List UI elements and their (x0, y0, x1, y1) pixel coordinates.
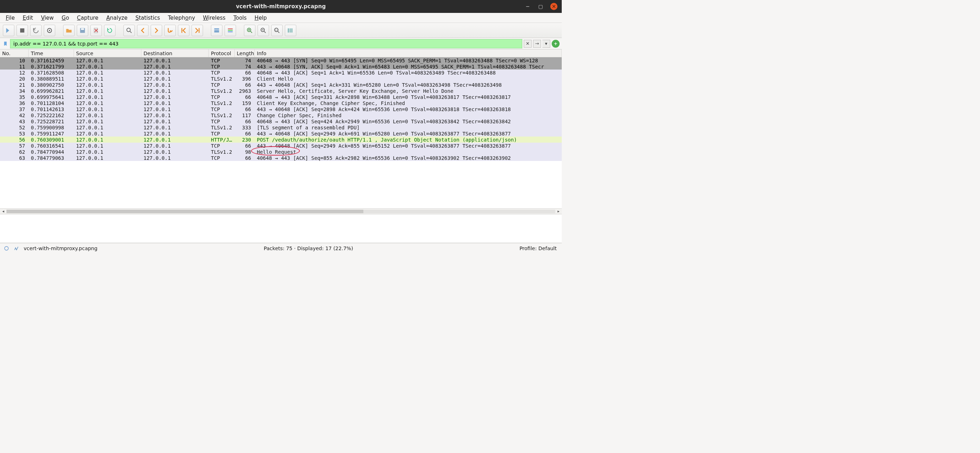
scroll-right-arrow[interactable]: ▸ (556, 209, 561, 214)
resize-columns-icon[interactable] (285, 25, 296, 36)
packet-row[interactable]: 110.371621799127.0.0.1127.0.0.1TCP74443 … (0, 63, 562, 70)
scroll-thumb[interactable] (6, 210, 363, 213)
cell-proto: TLSv1.2 (209, 149, 235, 155)
capture-file-props-icon[interactable] (14, 246, 19, 251)
column-header-protocol[interactable]: Protocol (209, 49, 235, 57)
open-icon[interactable] (63, 25, 75, 36)
packet-row[interactable]: 370.701142613127.0.0.1127.0.0.1TCP66443 … (0, 106, 562, 112)
cell-dst: 127.0.0.1 (142, 82, 209, 88)
cell-len: 98 (235, 149, 255, 155)
menu-edit[interactable]: Edit (19, 14, 37, 22)
packet-row[interactable]: 620.784770944127.0.0.1127.0.0.1TLSv1.298… (0, 149, 562, 155)
cell-info: Client Key Exchange, Change Cipher Spec,… (255, 100, 562, 106)
autoscroll-icon[interactable] (211, 25, 223, 36)
reload-icon[interactable] (104, 25, 116, 36)
expert-info-icon[interactable] (3, 246, 10, 251)
menu-view[interactable]: View (37, 14, 57, 22)
cell-time: 0.725228721 (29, 119, 74, 124)
window-controls: ─ ▢ ✕ (525, 3, 557, 10)
packet-row[interactable]: 420.725222162127.0.0.1127.0.0.1TLSv1.211… (0, 112, 562, 118)
packet-row[interactable]: 100.371612459127.0.0.1127.0.0.1TCP744064… (0, 57, 562, 63)
cell-dst: 127.0.0.1 (142, 143, 209, 149)
back-icon[interactable] (137, 25, 148, 36)
svg-rect-4 (81, 28, 84, 30)
cell-src: 127.0.0.1 (74, 88, 142, 94)
menu-go[interactable]: Go (58, 14, 73, 22)
packet-row[interactable]: 350.699975641127.0.0.1127.0.0.1TCP664064… (0, 94, 562, 100)
cell-info: [TLS segment of a reassembled PDU] (255, 125, 562, 130)
packet-details-pane[interactable] (0, 214, 562, 243)
clear-filter-button[interactable]: ✕ (524, 40, 531, 48)
packet-row[interactable]: 630.784779063127.0.0.1127.0.0.1TCP664064… (0, 155, 562, 161)
menu-statistics[interactable]: Statistics (132, 14, 164, 22)
display-filter-bar: ✕ → ▾ + (0, 38, 562, 49)
packet-row[interactable]: 430.725228721127.0.0.1127.0.0.1TCP664064… (0, 118, 562, 124)
options-icon[interactable] (44, 25, 55, 36)
cell-src: 127.0.0.1 (74, 70, 142, 76)
minimize-button[interactable]: ─ (525, 3, 531, 10)
packet-row[interactable]: 530.759911247127.0.0.1127.0.0.1TCP66443 … (0, 130, 562, 136)
cell-no: 34 (0, 88, 29, 94)
forward-icon[interactable] (151, 25, 162, 36)
cell-info: 443 → 40648 [ACK] Seq=2949 Ack=691 Win=6… (255, 131, 562, 136)
fin-icon[interactable] (3, 25, 14, 36)
packet-row[interactable]: 120.371628508127.0.0.1127.0.0.1TCP664064… (0, 70, 562, 76)
goto-first-icon[interactable] (178, 25, 189, 36)
zoom-out-icon[interactable] (258, 25, 269, 36)
cell-dst: 127.0.0.1 (142, 88, 209, 94)
menu-analyze[interactable]: Analyze (103, 14, 131, 22)
zoom-in-icon[interactable] (244, 25, 255, 36)
apply-filter-button[interactable]: → (533, 40, 541, 48)
cell-info: 443 → 40648 [ACK] Seq=2898 Ack=424 Win=6… (255, 106, 562, 112)
close-file-icon[interactable] (91, 25, 102, 36)
close-button[interactable]: ✕ (550, 3, 557, 10)
scroll-track[interactable] (6, 210, 555, 213)
display-filter-input[interactable] (10, 39, 522, 48)
menu-file[interactable]: File (2, 14, 18, 22)
maximize-button[interactable]: ▢ (537, 3, 544, 10)
status-profile[interactable]: Profile: Default (519, 246, 558, 251)
scroll-left-arrow[interactable]: ◂ (1, 209, 6, 214)
zoom-reset-icon[interactable]: 1:1 (271, 25, 283, 36)
stop-icon[interactable] (16, 25, 28, 36)
column-header-no[interactable]: No. (0, 49, 29, 57)
cell-proto: TLSv1.2 (209, 125, 235, 130)
column-header-time[interactable]: Time (29, 49, 74, 57)
packet-row[interactable]: 200.380889511127.0.0.1127.0.0.1TLSv1.239… (0, 76, 562, 82)
cell-dst: 127.0.0.1 (142, 76, 209, 82)
cell-time: 0.699962821 (29, 88, 74, 94)
packet-row[interactable]: 520.759900998127.0.0.1127.0.0.1TLSv1.233… (0, 124, 562, 130)
cell-info: Server Hello, Certificate, Server Key Ex… (255, 88, 562, 94)
cell-info: 40648 → 443 [ACK] Seq=855 Ack=2982 Win=6… (255, 155, 562, 161)
colorize-icon[interactable] (224, 25, 236, 36)
packet-row[interactable]: 560.760309001127.0.0.1127.0.0.1HTTP/J…23… (0, 136, 562, 143)
packet-row[interactable]: 360.701128104127.0.0.1127.0.0.1TLSv1.215… (0, 100, 562, 106)
jump-icon[interactable] (164, 25, 176, 36)
menu-wireless[interactable]: Wireless (199, 14, 229, 22)
packet-row[interactable]: 210.380902750127.0.0.1127.0.0.1TCP66443 … (0, 82, 562, 88)
cell-no: 53 (0, 131, 29, 136)
menu-help[interactable]: Help (251, 14, 270, 22)
horizontal-scrollbar[interactable]: ◂ ▸ (0, 208, 562, 214)
column-header-source[interactable]: Source (74, 49, 142, 57)
menu-capture[interactable]: Capture (73, 14, 102, 22)
packet-row[interactable]: 570.760316541127.0.0.1127.0.0.1TCP66443 … (0, 143, 562, 149)
filter-history-dropdown[interactable]: ▾ (542, 40, 550, 48)
cell-no: 37 (0, 106, 29, 112)
add-filter-button[interactable]: + (552, 40, 560, 48)
status-packet-counts: Packets: 75 · Displayed: 17 (22.7%) (264, 246, 353, 251)
save-icon[interactable] (77, 25, 88, 36)
menu-telephony[interactable]: Telephony (164, 14, 199, 22)
menu-tools[interactable]: Tools (230, 14, 250, 22)
find-icon[interactable] (123, 25, 135, 36)
packet-row[interactable]: 340.699962821127.0.0.1127.0.0.1TLSv1.229… (0, 88, 562, 94)
column-header-info[interactable]: Info (255, 49, 562, 57)
restart-icon[interactable] (30, 25, 41, 36)
cell-len: 66 (235, 70, 255, 76)
cell-len: 159 (235, 100, 255, 106)
packet-list-body[interactable]: 100.371612459127.0.0.1127.0.0.1TCP744064… (0, 57, 562, 208)
column-header-length[interactable]: Length (235, 49, 255, 57)
bookmark-icon[interactable] (2, 40, 9, 48)
column-header-destination[interactable]: Destination (142, 49, 209, 57)
goto-last-icon[interactable] (192, 25, 203, 36)
